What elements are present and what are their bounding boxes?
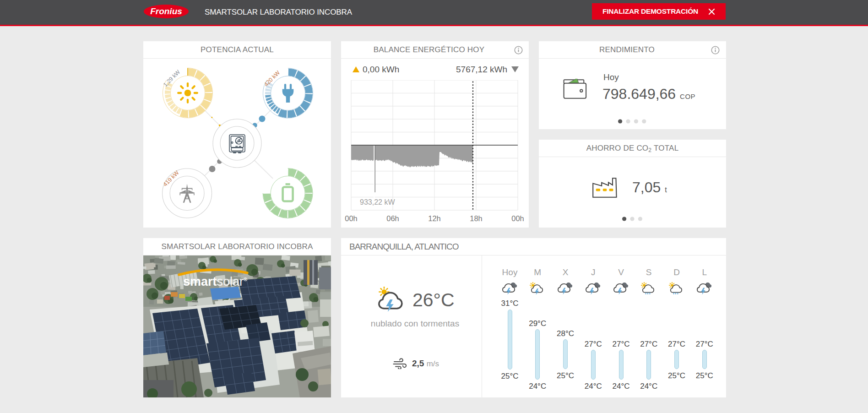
- svg-text:12h: 12h: [428, 214, 441, 223]
- svg-text:06h: 06h: [386, 214, 399, 223]
- svg-text:smartsolar®: smartsolar®: [183, 275, 247, 288]
- svg-text:00h: 00h: [511, 214, 524, 223]
- svg-text:00h: 00h: [345, 214, 358, 223]
- svg-text:18h: 18h: [470, 214, 483, 223]
- svg-text:933,22 kW: 933,22 kW: [360, 198, 395, 206]
- svg-text:Fronius: Fronius: [150, 6, 182, 16]
